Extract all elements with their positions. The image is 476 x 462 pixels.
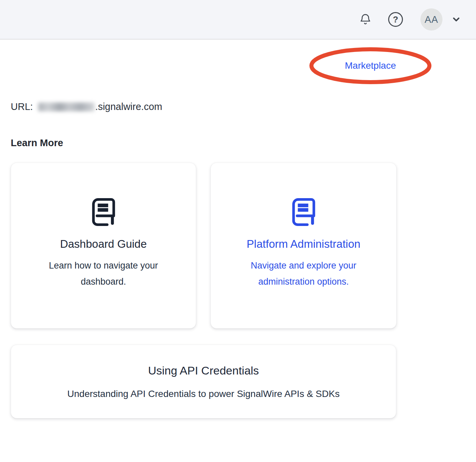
- url-label: URL:: [11, 101, 33, 112]
- space-url-row: URL: .signalwire.com: [11, 101, 162, 113]
- card-title: Using API Credentials: [148, 364, 259, 377]
- card-title: Dashboard Guide: [60, 237, 147, 251]
- card-description: Understanding API Credentials to power S…: [67, 386, 340, 402]
- book-icon: [90, 198, 117, 227]
- top-bar: ? AA: [0, 0, 476, 40]
- learn-more-heading: Learn More: [11, 137, 63, 149]
- account-menu-button[interactable]: [451, 14, 461, 24]
- chevron-down-icon: [451, 14, 461, 24]
- redacted-subdomain: [38, 103, 95, 111]
- card-platform-administration[interactable]: Platform Administration Navigate and exp…: [211, 163, 397, 329]
- card-description: Navigate and explore your administration…: [232, 257, 376, 290]
- marketplace-link[interactable]: Marketplace: [309, 47, 432, 84]
- card-dashboard-guide[interactable]: Dashboard Guide Learn how to navigate yo…: [11, 163, 196, 329]
- card-description: Learn how to navigate your dashboard.: [48, 257, 159, 290]
- marketplace-annotation-group: Marketplace: [309, 47, 432, 84]
- question-mark-icon: ?: [388, 12, 403, 27]
- avatar[interactable]: AA: [420, 8, 442, 31]
- url-domain-suffix: .signalwire.com: [95, 101, 162, 112]
- book-icon: [290, 198, 317, 227]
- notifications-button[interactable]: [359, 13, 372, 26]
- card-title: Platform Administration: [247, 237, 360, 251]
- card-using-api-credentials[interactable]: Using API Credentials Understanding API …: [11, 345, 396, 418]
- bell-icon: [359, 13, 372, 26]
- help-button[interactable]: ?: [388, 12, 403, 27]
